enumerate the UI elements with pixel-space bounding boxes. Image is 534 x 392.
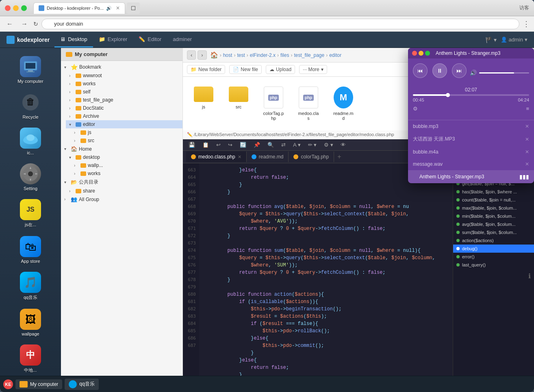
mp-remove-icon[interactable]: ✕	[525, 149, 529, 155]
tree-js[interactable]: › js	[71, 128, 182, 136]
tree-all-group[interactable]: › 👥 All Group	[61, 195, 182, 204]
refresh-editor-button[interactable]: 🔄	[237, 141, 249, 149]
desktop-icon-icloud[interactable]: ic...	[6, 124, 55, 158]
breadcrumb-files[interactable]: files	[280, 52, 289, 58]
tab-medoo[interactable]: medoo.class.php ✕	[186, 152, 247, 162]
mp-progress-bar[interactable]	[413, 94, 529, 96]
taskbar-item-computer[interactable]: My computer	[15, 379, 62, 389]
mp-close-button[interactable]	[412, 51, 417, 56]
copy-button[interactable]: 📋	[200, 141, 211, 149]
mp-prev-button[interactable]: ⏮	[413, 63, 428, 78]
mp-playlist-item-3[interactable]: bubble.m4a ✕	[408, 146, 534, 158]
tree-works[interactable]: › works	[66, 80, 182, 88]
new-folder-button[interactable]: 📁 New folder	[187, 65, 225, 74]
settings-editor-button[interactable]: ⚙ ▾	[321, 141, 336, 149]
tree-editor[interactable]: ▾ editor	[66, 120, 182, 128]
tree-self[interactable]: › self	[66, 88, 182, 96]
maximize-button[interactable]	[21, 5, 27, 11]
tree-wwwroot[interactable]: › wwwroot	[66, 71, 182, 80]
taskbar-item-qq[interactable]: qq音乐	[65, 379, 98, 390]
mp-maximize-button[interactable]	[425, 51, 430, 56]
eye-button[interactable]: 👁	[338, 141, 348, 149]
tree-home[interactable]: ▾ 🏠 Home	[61, 145, 182, 153]
more-button[interactable]: ··· More ▾	[299, 65, 327, 74]
font-button[interactable]: A ▾	[291, 141, 303, 149]
flag-button[interactable]: 🏴 ▾	[485, 37, 497, 43]
tree-src[interactable]: › src	[71, 136, 182, 145]
desktop-icon-recycle[interactable]: 🗑 Recycle	[6, 89, 55, 123]
breadcrumb-editor[interactable]: editor	[329, 52, 341, 58]
browser-tab[interactable]: Desktop - kodexplorer - Po... 🔊 ✕	[33, 2, 125, 14]
mp-next-button[interactable]: ⏭	[452, 63, 467, 78]
tree-works2[interactable]: › works	[71, 169, 182, 178]
undo-button[interactable]: ↩	[214, 141, 223, 149]
new-file-button[interactable]: 📄 New file	[229, 65, 262, 74]
back-button[interactable]: ←	[4, 19, 15, 28]
breadcrumb-elfinder[interactable]: elFinder-2.x	[250, 52, 276, 58]
desktop-icon-settings[interactable]: Setting	[6, 160, 55, 194]
user-button[interactable]: 👤 admin ▾	[501, 37, 527, 43]
ke-button[interactable]: KE	[3, 379, 13, 389]
file-item-colortag[interactable]: php colorTag.php	[259, 83, 288, 124]
add-tab-button[interactable]: +	[334, 151, 344, 163]
upload-button[interactable]: ☁ Upload	[266, 65, 295, 74]
file-item-readme[interactable]: M readme.md	[329, 83, 358, 124]
ac-item[interactable]: last_query()	[453, 261, 534, 269]
tree-wallpaper[interactable]: › wallp...	[71, 161, 182, 169]
nav-adminer[interactable]: adminer	[167, 32, 198, 48]
file-item-medoo[interactable]: php medoo.clas	[294, 83, 323, 124]
breadcrumb-host[interactable]: host	[223, 52, 232, 58]
refresh-button[interactable]: ↻	[33, 21, 38, 27]
info-icon[interactable]: ℹ	[528, 272, 531, 280]
mp-playlist-item-1[interactable]: bubble.mp3 ✕	[408, 120, 534, 132]
nav-explorer[interactable]: 📁 Explorer	[93, 32, 133, 48]
mp-playlist-item-5[interactable]: Anthem Lights - Stranger.mp3 ▮▮▮	[408, 170, 534, 183]
ac-item[interactable]: error()	[453, 253, 534, 261]
file-item-src[interactable]: src	[224, 83, 253, 124]
desktop-icon-js[interactable]: JS js在...	[6, 196, 55, 231]
breadcrumb-test-file-page[interactable]: test_file_page	[294, 52, 324, 58]
minimize-button[interactable]	[13, 5, 19, 11]
ac-item[interactable]: max($table, $join, $colum...	[453, 204, 534, 212]
breadcrumb-test[interactable]: test	[237, 52, 245, 58]
ac-item[interactable]: action($actions)	[453, 236, 534, 245]
tree-share[interactable]: › share	[66, 187, 182, 195]
save-button[interactable]: 💾	[186, 141, 198, 149]
tab-colortag[interactable]: colorTag.php	[289, 152, 334, 162]
mp-remove-icon[interactable]: ✕	[525, 123, 529, 129]
search-button[interactable]: 🔍	[265, 141, 276, 149]
mp-volume-bar[interactable]	[479, 72, 529, 74]
ac-item[interactable]: count($table, $join = null,...	[453, 196, 534, 204]
shuffle-button[interactable]: ⇄	[279, 141, 288, 149]
ac-item[interactable]: sum($table, $join, $colum...	[453, 228, 534, 236]
file-item-js[interactable]: js	[189, 83, 218, 124]
tab-readme[interactable]: readme.md	[247, 152, 289, 162]
mp-remove-icon[interactable]: ✕	[525, 161, 529, 167]
desktop-icon-computer[interactable]: My computer	[6, 53, 55, 87]
mp-list-icon[interactable]: ≡	[526, 106, 529, 112]
tree-archive[interactable]: › Archive	[66, 112, 182, 120]
url-input[interactable]	[41, 19, 519, 29]
desktop-icon-qq[interactable]: 🎵 qq音乐	[6, 269, 55, 304]
nav-desktop[interactable]: 🖥 Desktop	[54, 32, 93, 48]
mp-playlist-item-4[interactable]: message.wav ✕	[408, 158, 534, 170]
mp-play-button[interactable]: ⏸	[432, 63, 447, 78]
tree-public[interactable]: ▾ 📂 公共目录	[61, 178, 182, 187]
pencil-button[interactable]: ✏ ▾	[306, 141, 319, 149]
desktop-icon-appstore[interactable]: 🛍 App store	[6, 233, 55, 267]
browser-menu-button[interactable]: ⋮	[523, 19, 530, 28]
code-content[interactable]: }else{ return false; } } public function…	[199, 163, 453, 376]
pin-button[interactable]: 📌	[251, 141, 263, 149]
forward-button[interactable]: →	[19, 19, 30, 28]
tree-bookmark[interactable]: ▾ ⭐ Bookmark	[61, 63, 182, 71]
square-button[interactable]: □	[127, 2, 140, 14]
nav-editor[interactable]: ✏️ Editor	[133, 32, 167, 48]
ac-item[interactable]: min($table, $join, $colum...	[453, 212, 534, 220]
fb-forward-button[interactable]: ›	[198, 50, 206, 60]
close-button[interactable]	[5, 5, 11, 11]
redo-button[interactable]: ↪	[226, 141, 235, 149]
tree-test-file-page[interactable]: › test_file_page	[66, 96, 182, 104]
fb-back-button[interactable]: ‹	[187, 50, 196, 60]
tab-close-button[interactable]: ✕	[116, 5, 120, 11]
mp-playlist-item-2[interactable]: 大话西游 天涯.MP3 ✕	[408, 132, 534, 146]
